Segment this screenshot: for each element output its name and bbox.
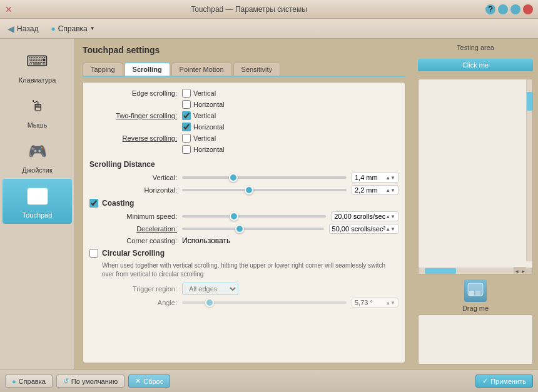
tab-sensitivity[interactable]: Sensitivity [233, 63, 281, 76]
deceleration-slider-container: 50,00 scrolls/sec² ▲▼ [182, 224, 398, 234]
tab-bar: Tapping Scrolling Pointer Motion Sensiti… [83, 63, 405, 77]
click-me-button[interactable]: Click me [418, 59, 533, 71]
h-scroll-arrows: ◀ ▶ [514, 267, 526, 274]
angle-spin[interactable]: ▲▼ [385, 300, 395, 306]
vertical-slider[interactable] [182, 176, 347, 179]
two-vertical-label: Vertical [193, 112, 216, 119]
tab-pointer-motion[interactable]: Pointer Motion [171, 63, 232, 76]
reset-button[interactable]: ✕ Сброс [128, 374, 170, 388]
horizontal-scrollbar-thumb [425, 268, 456, 274]
sidebar-item-touchpad[interactable]: Touchpad [3, 179, 72, 224]
help-btn[interactable]: ? [485, 4, 495, 14]
vertical-spin[interactable]: ▲▼ [385, 175, 395, 181]
horizontal-spin[interactable]: ▲▼ [385, 188, 395, 193]
distance-title: Scrolling Distance [89, 160, 155, 169]
sidebar-item-joystick[interactable]: 🎮 Джойстик [3, 134, 72, 179]
horizontal-distance-label: Horizontal: [89, 186, 177, 194]
vertical-scrollbar-thumb [527, 92, 532, 111]
sidebar-label-keyboard: Клавиатура [19, 76, 56, 84]
vertical-distance-label: Vertical: [89, 174, 177, 181]
title-bar-left: ✕ [5, 4, 13, 14]
keyboard-icon: ⌨ [25, 49, 50, 74]
window-controls: ? [485, 4, 533, 14]
page-title: Touchpad settings [83, 45, 405, 55]
reverse-vertical-label: Vertical [193, 134, 216, 142]
min-speed-label: Minimum speed: [102, 213, 177, 220]
deceleration-label: Deceleration: [102, 225, 177, 233]
deceleration-spin[interactable]: ▲▼ [385, 226, 395, 232]
apply-icon: ✓ [482, 377, 488, 385]
edge-horizontal-item: Horizontal [182, 100, 225, 109]
svg-rect-5 [475, 291, 480, 296]
drag-icon [464, 279, 487, 302]
reverse-vertical-checkbox[interactable] [182, 134, 191, 143]
edge-vertical-label: Vertical [193, 89, 216, 97]
default-icon: ↺ [63, 377, 69, 385]
help-footer-button[interactable]: ● Справка [5, 374, 53, 388]
scroll-left-arrow[interactable]: ◀ [514, 268, 520, 274]
edge-horizontal-label: Horizontal [193, 101, 225, 108]
angle-label: Angle: [102, 299, 177, 306]
help-footer-icon: ● [12, 378, 16, 385]
edge-scrolling-label: Edge scrolling: [89, 89, 177, 97]
window-title: Touchpad — Параметры системы [191, 5, 307, 14]
trigger-region-row: Trigger region: All edges [89, 283, 398, 295]
help-icon: ● [51, 24, 55, 33]
two-horizontal-item: Horizontal [182, 123, 225, 131]
tab-tapping[interactable]: Tapping [83, 63, 123, 76]
apply-button[interactable]: ✓ Применить [475, 374, 533, 388]
horizontal-slider[interactable] [182, 189, 347, 191]
two-vertical-checkbox[interactable] [182, 111, 191, 120]
help-dropdown-icon: ▼ [90, 26, 95, 31]
scroll-right-arrow[interactable]: ▶ [520, 268, 526, 274]
vertical-scrollbar[interactable] [526, 79, 532, 261]
two-horizontal-row: Horizontal [89, 123, 398, 131]
trigger-region-label: Trigger region: [102, 285, 177, 293]
coasting-checkbox[interactable] [89, 199, 98, 208]
reverse-label: Reverse scrolling: [89, 134, 177, 142]
two-finger-row: Two-finger scrolling: Vertical [89, 111, 398, 120]
min-speed-slider[interactable] [182, 215, 326, 218]
angle-slider[interactable] [182, 301, 347, 304]
edge-vertical-item: Vertical [182, 89, 216, 98]
help-button[interactable]: ● Справка ▼ [48, 23, 97, 34]
scroll-test-area[interactable]: ◀ ▶ [418, 79, 533, 274]
trigger-region-select[interactable]: All edges [182, 283, 238, 295]
circular-checkbox[interactable] [89, 249, 98, 258]
close-btn[interactable] [523, 4, 533, 14]
drag-section: Drag me [418, 279, 533, 364]
default-label: По умолчанию [71, 378, 118, 385]
app-icon: ✕ [5, 4, 13, 14]
two-horizontal-checkbox[interactable] [182, 123, 191, 131]
distance-section-header: Scrolling Distance [89, 160, 398, 169]
edge-horizontal-row: Horizontal [89, 100, 398, 109]
reverse-horizontal-checkbox[interactable] [182, 145, 191, 154]
min-speed-slider-container: 20,00 scrolls/sec ▲▼ [182, 211, 398, 221]
two-finger-label: Two-finger scrolling: [89, 112, 177, 119]
back-label: Назад [17, 24, 38, 33]
drag-area[interactable] [418, 314, 533, 364]
vertical-value: 1,4 mm ▲▼ [352, 173, 398, 183]
deceleration-slider[interactable] [182, 228, 324, 230]
sidebar-item-mouse[interactable]: 🖱 Мышь [3, 89, 72, 134]
minimize-btn[interactable] [498, 4, 508, 14]
reverse-row: Reverse scrolling: Vertical [89, 134, 398, 143]
back-icon: ◀ [8, 24, 14, 34]
coasting-title: Coasting [102, 199, 134, 208]
reset-icon: ✕ [135, 377, 141, 385]
edge-vertical-checkbox[interactable] [182, 89, 191, 98]
two-vertical-item: Vertical [182, 111, 216, 120]
maximize-btn[interactable] [510, 4, 520, 14]
min-speed-value: 20,00 scrolls/sec ▲▼ [331, 211, 398, 221]
edge-horizontal-checkbox[interactable] [182, 100, 191, 109]
horizontal-scrollbar[interactable] [419, 268, 526, 274]
default-button[interactable]: ↺ По умолчанию [56, 374, 124, 388]
help-label: Справка [58, 24, 88, 33]
coasting-header: Coasting [89, 199, 398, 208]
sidebar-item-keyboard[interactable]: ⌨ Клавиатура [3, 44, 72, 89]
tab-scrolling[interactable]: Scrolling [124, 63, 170, 76]
min-speed-row: Minimum speed: 20,00 scrolls/sec ▲▼ [89, 211, 398, 221]
back-button[interactable]: ◀ Назад [5, 23, 41, 35]
help-footer-label: Справка [19, 378, 46, 385]
min-speed-spin[interactable]: ▲▼ [385, 214, 395, 219]
